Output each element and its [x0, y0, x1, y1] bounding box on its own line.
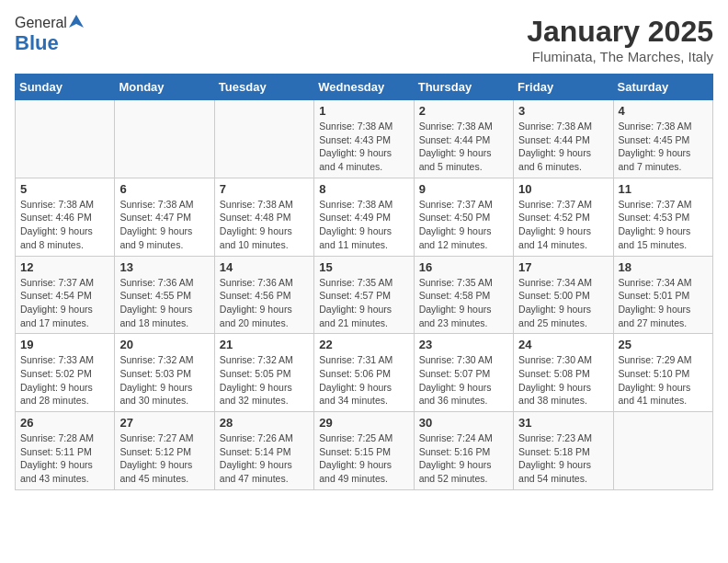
calendar-cell: 6Sunrise: 7:38 AMSunset: 4:47 PMDaylight… — [115, 178, 214, 256]
logo-bird-icon — [69, 15, 84, 28]
calendar-cell: 12Sunrise: 7:37 AMSunset: 4:54 PMDayligh… — [16, 256, 115, 334]
calendar-cell — [214, 100, 313, 178]
calendar-cell: 20Sunrise: 7:32 AMSunset: 5:03 PMDayligh… — [115, 334, 214, 412]
day-number: 5 — [20, 182, 109, 196]
calendar-cell: 5Sunrise: 7:38 AMSunset: 4:46 PMDaylight… — [16, 178, 115, 256]
day-info: Sunrise: 7:30 AMSunset: 5:07 PMDaylight:… — [419, 353, 508, 408]
day-number: 21 — [220, 338, 309, 351]
calendar-cell: 13Sunrise: 7:36 AMSunset: 4:55 PMDayligh… — [115, 256, 214, 334]
calendar-cell: 28Sunrise: 7:26 AMSunset: 5:14 PMDayligh… — [214, 412, 313, 490]
day-number: 26 — [20, 416, 109, 430]
calendar-cell: 15Sunrise: 7:35 AMSunset: 4:57 PMDayligh… — [314, 256, 414, 334]
day-info: Sunrise: 7:38 AMSunset: 4:45 PMDaylight:… — [619, 120, 708, 174]
day-number: 31 — [518, 416, 608, 430]
day-header-sunday: Sunday — [16, 75, 115, 100]
week-row-4: 19Sunrise: 7:33 AMSunset: 5:02 PMDayligh… — [16, 334, 713, 412]
day-number: 12 — [20, 260, 109, 274]
day-info: Sunrise: 7:38 AMSunset: 4:48 PMDaylight:… — [220, 198, 309, 252]
day-info: Sunrise: 7:34 AMSunset: 5:00 PMDaylight:… — [518, 276, 608, 330]
logo-general-text: General — [15, 15, 67, 31]
calendar-title: January 2025 — [527, 15, 713, 49]
week-row-5: 26Sunrise: 7:28 AMSunset: 5:11 PMDayligh… — [16, 412, 713, 490]
week-row-2: 5Sunrise: 7:38 AMSunset: 4:46 PMDaylight… — [16, 178, 713, 256]
day-info: Sunrise: 7:35 AMSunset: 4:58 PMDaylight:… — [419, 276, 508, 330]
day-info: Sunrise: 7:32 AMSunset: 5:05 PMDaylight:… — [220, 353, 309, 408]
day-info: Sunrise: 7:37 AMSunset: 4:54 PMDaylight:… — [20, 276, 109, 330]
day-header-wednesday: Wednesday — [314, 75, 414, 100]
day-number: 15 — [319, 260, 408, 274]
day-number: 2 — [419, 104, 508, 118]
calendar-cell: 8Sunrise: 7:38 AMSunset: 4:49 PMDaylight… — [314, 178, 414, 256]
calendar-cell: 9Sunrise: 7:37 AMSunset: 4:50 PMDaylight… — [414, 178, 513, 256]
day-info: Sunrise: 7:25 AMSunset: 5:15 PMDaylight:… — [319, 431, 408, 486]
week-row-1: 1Sunrise: 7:38 AMSunset: 4:43 PMDaylight… — [16, 100, 713, 178]
day-number: 16 — [419, 260, 508, 274]
week-row-3: 12Sunrise: 7:37 AMSunset: 4:54 PMDayligh… — [16, 256, 713, 334]
day-number: 28 — [220, 416, 309, 430]
day-info: Sunrise: 7:24 AMSunset: 5:16 PMDaylight:… — [419, 431, 508, 486]
day-number: 25 — [619, 338, 708, 351]
calendar-cell — [613, 412, 712, 490]
day-info: Sunrise: 7:28 AMSunset: 5:11 PMDaylight:… — [20, 431, 109, 486]
day-info: Sunrise: 7:35 AMSunset: 4:57 PMDaylight:… — [319, 276, 408, 330]
calendar-cell: 2Sunrise: 7:38 AMSunset: 4:44 PMDaylight… — [414, 100, 513, 178]
logo: General Blue — [15, 15, 84, 55]
day-info: Sunrise: 7:37 AMSunset: 4:50 PMDaylight:… — [419, 198, 508, 252]
day-info: Sunrise: 7:31 AMSunset: 5:06 PMDaylight:… — [319, 353, 408, 408]
day-number: 18 — [619, 260, 708, 274]
calendar-cell — [16, 100, 115, 178]
day-header-monday: Monday — [115, 75, 214, 100]
day-header-tuesday: Tuesday — [214, 75, 313, 100]
day-number: 10 — [518, 182, 608, 196]
calendar-cell: 4Sunrise: 7:38 AMSunset: 4:45 PMDaylight… — [613, 100, 712, 178]
day-info: Sunrise: 7:38 AMSunset: 4:46 PMDaylight:… — [20, 198, 109, 252]
day-info: Sunrise: 7:38 AMSunset: 4:44 PMDaylight:… — [419, 120, 508, 174]
day-number: 22 — [319, 338, 408, 351]
calendar-cell: 3Sunrise: 7:38 AMSunset: 4:44 PMDaylight… — [514, 100, 613, 178]
day-number: 3 — [518, 104, 608, 118]
day-info: Sunrise: 7:38 AMSunset: 4:49 PMDaylight:… — [319, 198, 408, 252]
day-info: Sunrise: 7:32 AMSunset: 5:03 PMDaylight:… — [119, 353, 209, 408]
day-number: 4 — [619, 104, 708, 118]
day-number: 1 — [319, 104, 408, 118]
day-number: 11 — [619, 182, 708, 196]
calendar-cell: 21Sunrise: 7:32 AMSunset: 5:05 PMDayligh… — [214, 334, 313, 412]
day-number: 27 — [119, 416, 209, 430]
calendar-cell: 23Sunrise: 7:30 AMSunset: 5:07 PMDayligh… — [414, 334, 513, 412]
calendar-cell: 7Sunrise: 7:38 AMSunset: 4:48 PMDaylight… — [214, 178, 313, 256]
day-number: 20 — [119, 338, 209, 351]
day-info: Sunrise: 7:27 AMSunset: 5:12 PMDaylight:… — [119, 431, 209, 486]
calendar-cell: 19Sunrise: 7:33 AMSunset: 5:02 PMDayligh… — [16, 334, 115, 412]
day-info: Sunrise: 7:33 AMSunset: 5:02 PMDaylight:… — [20, 353, 109, 408]
calendar-cell: 29Sunrise: 7:25 AMSunset: 5:15 PMDayligh… — [314, 412, 414, 490]
calendar-cell: 11Sunrise: 7:37 AMSunset: 4:53 PMDayligh… — [613, 178, 712, 256]
calendar-cell: 16Sunrise: 7:35 AMSunset: 4:58 PMDayligh… — [414, 256, 513, 334]
calendar-cell: 31Sunrise: 7:23 AMSunset: 5:18 PMDayligh… — [514, 412, 613, 490]
logo-blue-text: Blue — [15, 31, 59, 54]
day-info: Sunrise: 7:26 AMSunset: 5:14 PMDaylight:… — [220, 431, 309, 486]
svg-marker-0 — [69, 15, 84, 28]
day-info: Sunrise: 7:36 AMSunset: 4:55 PMDaylight:… — [119, 276, 209, 330]
day-info: Sunrise: 7:34 AMSunset: 5:01 PMDaylight:… — [619, 276, 708, 330]
calendar-cell: 24Sunrise: 7:30 AMSunset: 5:08 PMDayligh… — [514, 334, 613, 412]
calendar-cell — [115, 100, 214, 178]
calendar-cell: 14Sunrise: 7:36 AMSunset: 4:56 PMDayligh… — [214, 256, 313, 334]
calendar-cell: 30Sunrise: 7:24 AMSunset: 5:16 PMDayligh… — [414, 412, 513, 490]
calendar-cell: 10Sunrise: 7:37 AMSunset: 4:52 PMDayligh… — [514, 178, 613, 256]
calendar-table: SundayMondayTuesdayWednesdayThursdayFrid… — [15, 74, 713, 490]
page-header: General Blue January 2025 Fluminata, The… — [15, 15, 713, 64]
title-block: January 2025 Fluminata, The Marches, Ita… — [527, 15, 713, 64]
day-info: Sunrise: 7:37 AMSunset: 4:53 PMDaylight:… — [619, 198, 708, 252]
day-number: 14 — [220, 260, 309, 274]
calendar-cell: 22Sunrise: 7:31 AMSunset: 5:06 PMDayligh… — [314, 334, 414, 412]
calendar-cell: 27Sunrise: 7:27 AMSunset: 5:12 PMDayligh… — [115, 412, 214, 490]
day-info: Sunrise: 7:37 AMSunset: 4:52 PMDaylight:… — [518, 198, 608, 252]
day-header-friday: Friday — [514, 75, 613, 100]
day-info: Sunrise: 7:30 AMSunset: 5:08 PMDaylight:… — [518, 353, 608, 408]
calendar-cell: 1Sunrise: 7:38 AMSunset: 4:43 PMDaylight… — [314, 100, 414, 178]
day-number: 23 — [419, 338, 508, 351]
day-info: Sunrise: 7:38 AMSunset: 4:43 PMDaylight:… — [319, 120, 408, 174]
day-number: 30 — [419, 416, 508, 430]
day-number: 29 — [319, 416, 408, 430]
day-number: 9 — [419, 182, 508, 196]
